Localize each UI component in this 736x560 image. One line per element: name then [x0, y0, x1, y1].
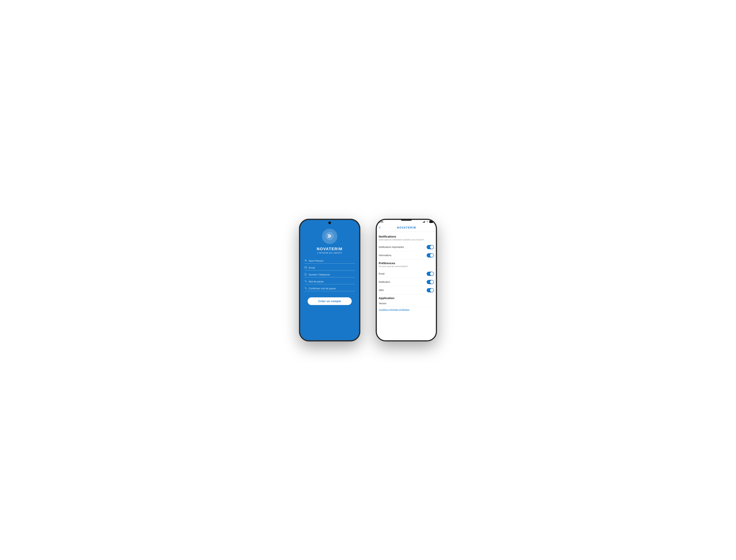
- field-email[interactable]: Email: [305, 266, 355, 271]
- svg-rect-10: [423, 222, 424, 223]
- front-camera: [328, 221, 331, 224]
- svg-point-1: [305, 260, 306, 261]
- status-time: 9:41: [379, 221, 383, 223]
- sms-pref-label: SMS: [379, 289, 384, 292]
- app-title: NOVATERIM: [317, 247, 343, 251]
- svg-line-8: [306, 288, 307, 289]
- form-fields: Nom Prénom Email Numéro Téléphone: [305, 259, 355, 291]
- setting-row-notification: Notification: [379, 278, 434, 286]
- notification-pref-label: Notification: [379, 281, 390, 283]
- scene: NOVATERIM L'INTERIM EN LIBERTÉ Nom Préno…: [288, 207, 448, 353]
- preferences-subtitle: Par quel canal de communication?: [379, 265, 434, 267]
- phone-settings: 9:41 < NOVATERIM Notifications Quels typ…: [376, 219, 437, 341]
- important-notif-label: Notifications importantes: [379, 246, 404, 248]
- email-field-label: Email: [309, 266, 315, 269]
- important-notif-toggle[interactable]: [427, 245, 434, 249]
- confirm-password-field-label: Confirmez mot de passe: [309, 287, 336, 290]
- settings-screen: 9:41 < NOVATERIM Notifications Quels typ…: [376, 219, 437, 341]
- nav-title: NOVATERIM: [384, 226, 434, 229]
- email-pref-label: Email: [379, 272, 384, 275]
- version-label: Version: [379, 302, 386, 305]
- password-field-label: Mot de passe: [309, 280, 324, 283]
- battery-icon: [429, 221, 433, 223]
- settings-content: Notifications Quels types de notificatio…: [376, 232, 437, 341]
- phone-registration: NOVATERIM L'INTERIM EN LIBERTÉ Nom Préno…: [299, 219, 360, 341]
- key-confirm-icon: [305, 287, 307, 290]
- notifications-section: Notifications Quels types de notificatio…: [379, 235, 434, 260]
- logo-circle: [322, 229, 337, 244]
- field-password[interactable]: Mot de passe: [305, 280, 355, 284]
- notifications-title: Notifications: [379, 235, 434, 238]
- setting-row-email: Email: [379, 270, 434, 278]
- email-icon: [305, 266, 307, 269]
- key-icon: [305, 280, 307, 283]
- wifi-icon: [426, 221, 428, 223]
- signal-icon: [423, 221, 425, 223]
- create-account-button[interactable]: Créer un compte: [308, 297, 352, 305]
- setting-row-important: Notifications importantes: [379, 243, 434, 251]
- notification-pref-toggle[interactable]: [427, 280, 434, 284]
- svg-rect-12: [424, 221, 425, 223]
- status-icons: [423, 221, 433, 223]
- status-bar: 9:41: [376, 219, 437, 224]
- notifications-subtitle: Quels types de notifications souhaitez-v…: [379, 239, 434, 241]
- name-field-label: Nom Prénom: [309, 259, 324, 262]
- svg-rect-9: [423, 222, 423, 223]
- svg-rect-11: [424, 221, 424, 223]
- preferences-title: Préférences: [379, 261, 434, 265]
- sms-pref-toggle[interactable]: [427, 288, 434, 292]
- back-button[interactable]: <: [379, 226, 381, 230]
- nav-bar: < NOVATERIM: [376, 224, 437, 232]
- registration-screen: NOVATERIM L'INTERIM EN LIBERTÉ Nom Préno…: [299, 219, 360, 341]
- person-icon: [305, 259, 307, 262]
- svg-point-0: [326, 232, 334, 240]
- svg-rect-14: [430, 221, 432, 223]
- svg-line-6: [306, 281, 307, 282]
- app-subtitle: L'INTERIM EN LIBERTÉ: [317, 252, 342, 254]
- email-pref-toggle[interactable]: [427, 272, 434, 276]
- info-notif-label: Informations: [379, 254, 391, 257]
- version-row: Version: [379, 300, 434, 307]
- phone-field-label: Numéro Téléphone: [309, 273, 330, 276]
- app-logo: [326, 232, 334, 241]
- setting-row-sms: SMS: [379, 286, 434, 294]
- info-notif-toggle[interactable]: [427, 253, 434, 257]
- application-section: Application Version Conditions générales…: [379, 296, 434, 311]
- field-phone[interactable]: Numéro Téléphone: [305, 273, 355, 277]
- cgu-link[interactable]: Conditions générales d'utilisation: [379, 308, 434, 311]
- field-name[interactable]: Nom Prénom: [305, 259, 355, 264]
- preferences-section: Préférences Par quel canal de communicat…: [379, 261, 434, 294]
- phone-icon: [305, 273, 307, 276]
- setting-row-info: Informations: [379, 251, 434, 260]
- application-title: Application: [379, 296, 434, 300]
- svg-point-4: [305, 275, 306, 275]
- field-confirm-password[interactable]: Confirmez mot de passe: [305, 287, 355, 291]
